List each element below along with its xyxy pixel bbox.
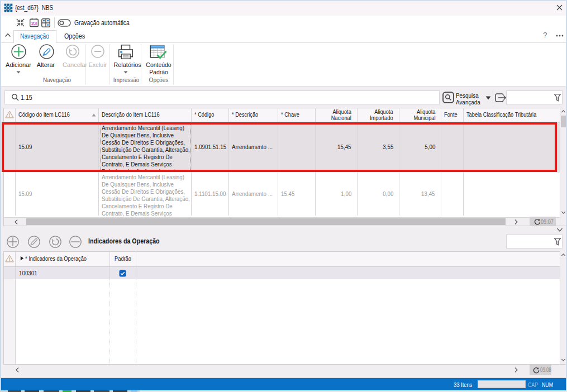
svg-text:23: 23	[31, 21, 37, 26]
